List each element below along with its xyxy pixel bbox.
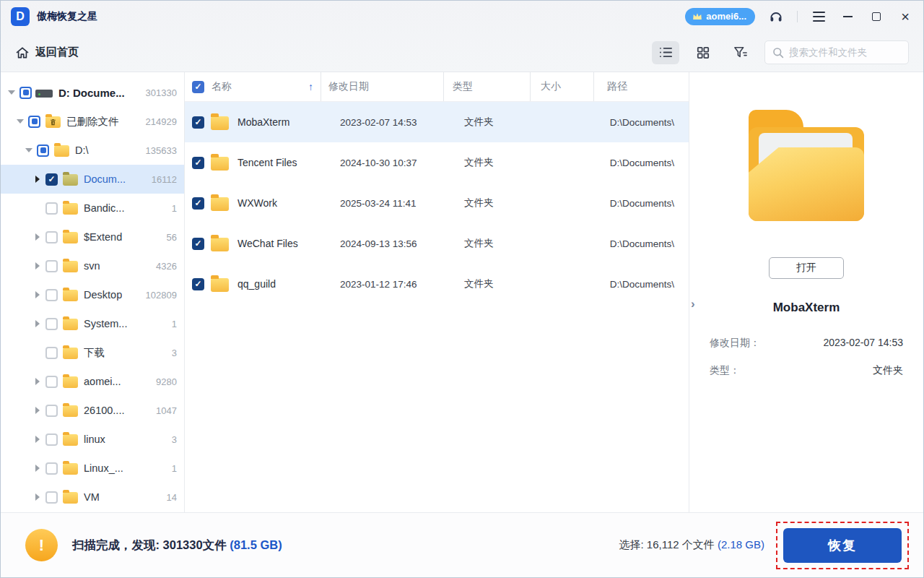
sort-ascending-icon[interactable]: ↑ <box>308 81 313 92</box>
table-row-wechat-files[interactable]: WeChat Files 2024-09-13 13:56 文件夹 D:\Doc… <box>185 223 689 264</box>
checkbox-unchecked[interactable] <box>45 260 58 272</box>
checkbox-indeterminate[interactable] <box>19 87 32 99</box>
tree-item-bandicam[interactable]: Bandic... 1 <box>1 194 184 223</box>
tree-item-count: 102809 <box>146 290 177 301</box>
collapse-arrow-icon[interactable] <box>15 119 25 124</box>
panel-collapse-chevron-icon[interactable]: › <box>691 298 695 310</box>
status-footer: ! 扫描完成，发现: 301330文件 (81.5 GB) 选择: 16,112… <box>1 512 923 577</box>
checkbox-unchecked[interactable] <box>45 491 58 504</box>
minimize-button[interactable] <box>840 9 855 25</box>
checkbox-indeterminate[interactable] <box>28 116 40 128</box>
tree-item-vm[interactable]: VM 14 <box>1 483 184 512</box>
tree-item-desktop[interactable]: Desktop 102809 <box>1 280 184 309</box>
support-headset-icon[interactable] <box>768 9 784 25</box>
table-row-qq-guild[interactable]: qq_guild 2023-01-12 17:46 文件夹 D:\Documen… <box>185 264 689 304</box>
expand-arrow-icon[interactable] <box>32 233 43 241</box>
expand-arrow-icon[interactable] <box>32 436 43 443</box>
grid-view-button[interactable] <box>689 41 717 64</box>
tree-item-linux-underscore[interactable]: Linux_... 1 <box>1 454 184 483</box>
user-account-badge[interactable]: aomei6... <box>685 8 755 25</box>
row-checkbox-checked[interactable] <box>192 278 204 290</box>
row-checkbox-checked[interactable] <box>192 116 204 129</box>
checkbox-unchecked[interactable] <box>45 462 58 475</box>
checkbox-unchecked[interactable] <box>45 202 58 215</box>
checkbox-unchecked[interactable] <box>45 434 58 446</box>
scan-result-text: 扫描完成，发现: 301330文件 (81.5 GB) <box>72 538 282 553</box>
scan-result-size: (81.5 GB) <box>230 538 282 551</box>
file-date: 2024-10-30 10:37 <box>333 158 456 168</box>
expand-arrow-icon[interactable] <box>32 291 43 298</box>
file-type: 文件夹 <box>456 197 542 210</box>
selection-count: 选择: 16,112 个文件 <box>619 538 718 551</box>
back-home-button[interactable]: 返回首页 <box>15 46 79 60</box>
tree-item-drive-d[interactable]: D: Docume... 301330 <box>1 78 184 107</box>
tree-item-aomei[interactable]: aomei... 9280 <box>1 367 184 396</box>
checkbox-unchecked[interactable] <box>45 347 58 359</box>
folder-tree-sidebar: D: Docume... 301330 已删除文件 214929 D:\ 135… <box>1 72 185 512</box>
row-checkbox-checked[interactable] <box>192 197 204 210</box>
tree-item-linux[interactable]: linux 3 <box>1 425 184 454</box>
table-row-tencent-files[interactable]: Tencent Files 2024-10-30 10:37 文件夹 D:\Do… <box>185 142 689 183</box>
checkbox-unchecked[interactable] <box>45 231 58 243</box>
tree-item-extend[interactable]: $Extend 56 <box>1 223 184 251</box>
tree-item-count: 1 <box>172 319 177 329</box>
column-header-path[interactable]: 路径 <box>593 72 689 101</box>
checkbox-indeterminate[interactable] <box>37 144 49 157</box>
table-row-mobaxterm[interactable]: MobaXterm 2023-02-07 14:53 文件夹 D:\Docume… <box>185 102 689 142</box>
tree-item-svn[interactable]: svn 4326 <box>1 251 184 280</box>
column-header-type[interactable]: 类型 <box>443 72 530 101</box>
expand-arrow-icon[interactable] <box>32 262 43 269</box>
checkbox-unchecked[interactable] <box>45 289 58 301</box>
column-header-date[interactable]: 修改日期 <box>321 72 443 101</box>
expand-arrow-icon[interactable] <box>32 378 43 385</box>
tree-item-label: Docum... <box>84 173 126 185</box>
drive-icon <box>35 90 53 98</box>
search-input[interactable] <box>789 47 897 58</box>
tree-item-d-root[interactable]: D:\ 135633 <box>1 136 184 165</box>
expand-arrow-icon[interactable] <box>32 493 43 501</box>
row-checkbox-checked[interactable] <box>192 157 204 169</box>
collapse-arrow-icon[interactable] <box>6 90 17 95</box>
expand-arrow-icon[interactable] <box>32 407 43 414</box>
tree-item-count: 4326 <box>156 261 177 272</box>
list-view-button[interactable] <box>652 41 679 64</box>
recover-button[interactable]: 恢复 <box>783 528 902 563</box>
close-button[interactable]: × <box>897 9 913 25</box>
file-type: 文件夹 <box>456 277 542 290</box>
tree-item-26100[interactable]: 26100.... 1047 <box>1 396 184 425</box>
grid-view-icon <box>697 46 710 59</box>
checkbox-unchecked[interactable] <box>45 405 58 417</box>
tree-item-documents[interactable]: Docum... 16112 <box>1 165 184 194</box>
tree-item-downloads[interactable]: 下载 3 <box>1 338 184 367</box>
preview-panel: › 打开 MobaXterm 修改日期： 2023-02-07 14:53 类型… <box>689 72 923 512</box>
column-header-size[interactable]: 大小 <box>530 72 593 101</box>
scan-result-label: 扫描完成，发现: 301330文件 <box>72 538 230 551</box>
open-button[interactable]: 打开 <box>769 257 844 279</box>
checkbox-unchecked[interactable] <box>45 318 58 330</box>
maximize-button[interactable] <box>868 9 884 25</box>
folder-icon <box>63 492 78 504</box>
back-home-label: 返回首页 <box>35 46 79 59</box>
checkbox-unchecked[interactable] <box>45 376 58 388</box>
file-type: 文件夹 <box>456 237 542 250</box>
tree-item-deleted-files[interactable]: 已删除文件 214929 <box>1 107 184 136</box>
checkbox-checked[interactable] <box>45 173 58 186</box>
menu-hamburger-icon[interactable] <box>811 9 827 25</box>
expand-arrow-icon[interactable] <box>32 465 43 472</box>
collapse-arrow-icon[interactable] <box>24 148 34 152</box>
file-path: D:\Documents\ <box>606 198 689 209</box>
expand-arrow-icon[interactable] <box>32 320 43 327</box>
row-checkbox-checked[interactable] <box>192 238 204 250</box>
expand-arrow-icon[interactable] <box>32 176 43 183</box>
column-header-name[interactable]: 名称 <box>212 80 232 93</box>
select-all-checkbox[interactable] <box>192 81 204 93</box>
filter-button[interactable] <box>727 41 754 64</box>
search-box[interactable] <box>764 40 909 64</box>
folder-icon <box>211 238 229 251</box>
tree-item-label: linux <box>84 434 105 445</box>
tree-item-label: 26100.... <box>84 405 124 416</box>
trash-folder-icon <box>45 116 61 128</box>
detail-value: 文件夹 <box>873 364 903 377</box>
table-row-wxwork[interactable]: WXWork 2025-03-24 11:41 文件夹 D:\Documents… <box>185 183 689 223</box>
tree-item-system[interactable]: System... 1 <box>1 309 184 338</box>
